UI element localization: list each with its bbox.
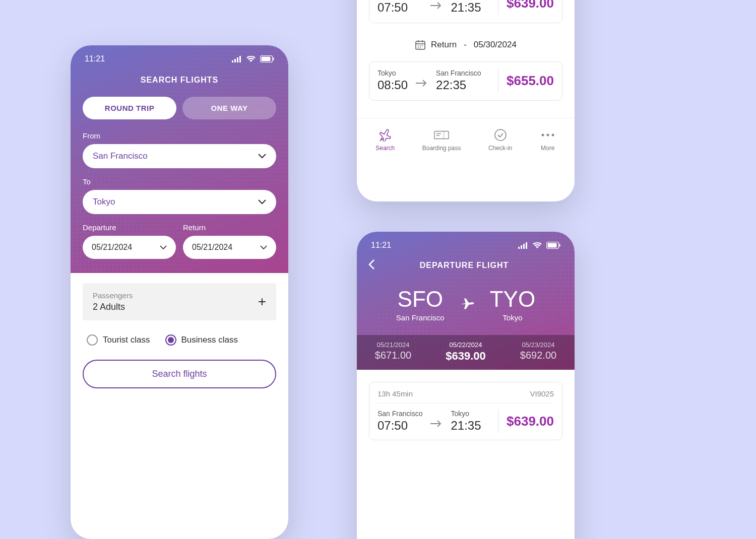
- plus-icon[interactable]: +: [258, 294, 266, 310]
- chevron-down-icon: [160, 245, 167, 250]
- from-field: From San Francisco: [71, 131, 288, 177]
- search-flights-screen: 11:21 SEARCH FLIGHTS ROUND TRIP ONE WAY …: [71, 45, 288, 539]
- to-city: Tokyo: [490, 313, 535, 322]
- svg-rect-29: [548, 243, 557, 248]
- svg-point-23: [551, 134, 554, 137]
- svg-rect-6: [273, 57, 274, 60]
- from-value: San Francisco: [93, 151, 148, 161]
- business-class-label: Business class: [181, 335, 238, 345]
- svg-point-13: [422, 45, 423, 46]
- passengers-stepper[interactable]: Passengers 2 Adults +: [83, 283, 276, 320]
- to-field: To Tokyo: [71, 177, 288, 223]
- return-label: Return: [183, 223, 276, 232]
- flight-price: $639.00: [498, 410, 554, 433]
- radio-tourist-class[interactable]: Tourist class: [87, 334, 150, 346]
- flight-duration: 13h 45min: [377, 389, 413, 398]
- wifi-icon: [246, 55, 256, 62]
- date-option-date: 05/21/2024: [357, 341, 429, 349]
- nav-checkin[interactable]: Check-in: [488, 128, 512, 152]
- nav-boarding-label: Boarding pass: [422, 145, 461, 152]
- svg-rect-16: [434, 131, 449, 139]
- flight-from-time: 07:50: [377, 419, 422, 433]
- nav-boarding-pass[interactable]: Boarding pass: [422, 128, 461, 152]
- result-to-city: San Francisco: [436, 69, 481, 77]
- return-label: Return: [431, 40, 457, 50]
- route-row: SFO San Francisco TYO Tokyo: [357, 282, 575, 335]
- return-date: 05/30/2024: [474, 40, 517, 50]
- plane-icon: [460, 297, 475, 314]
- status-icons: [232, 55, 274, 62]
- svg-point-14: [418, 47, 419, 48]
- cellular-icon: [518, 242, 528, 249]
- svg-rect-26: [523, 244, 525, 249]
- search-flights-button[interactable]: Search flights: [83, 360, 276, 388]
- status-icons: [518, 242, 560, 249]
- search-header: 11:21 SEARCH FLIGHTS ROUND TRIP ONE WAY …: [71, 45, 288, 273]
- result-from-city: Tokyo: [377, 69, 408, 77]
- nav-search-label: Search: [375, 145, 395, 152]
- flight-number: VI9025: [530, 389, 554, 398]
- date-option[interactable]: 05/23/2024 $692.00: [502, 335, 575, 370]
- to-value: Tokyo: [93, 197, 115, 207]
- check-circle-icon: [492, 128, 509, 142]
- class-radio-group: Tourist class Business class: [83, 320, 276, 360]
- departure-date-value: 05/21/2024: [92, 243, 132, 252]
- bottom-nav: Search Boarding pass Check-in More: [357, 118, 575, 167]
- svg-rect-24: [518, 247, 520, 249]
- flight-result-card[interactable]: San Francisco07:50 Tokyo21:35 $639.00: [369, 0, 562, 23]
- return-date-select[interactable]: 05/21/2024: [183, 236, 276, 259]
- departure-flight-screen: 11:21 DEPARTURE FLIGHT SFO San Francisco…: [357, 232, 575, 539]
- result-to-time: 21:35: [451, 1, 481, 15]
- screen-title: SEARCH FLIGHTS: [71, 68, 288, 97]
- radio-business-class[interactable]: Business class: [165, 334, 238, 346]
- departure-date-select[interactable]: 05/21/2024: [83, 236, 176, 259]
- date-option-price: $692.00: [502, 350, 575, 361]
- svg-point-20: [495, 129, 506, 141]
- result-price: $655.00: [498, 69, 554, 92]
- chevron-down-icon: [258, 199, 266, 205]
- flight-result-card[interactable]: Tokyo08:50 San Francisco22:35 $655.00: [369, 61, 562, 101]
- date-option-date: 05/22/2024: [429, 341, 502, 349]
- svg-rect-30: [559, 244, 560, 247]
- more-dots-icon: [540, 128, 556, 142]
- nav-search[interactable]: Search: [375, 128, 395, 152]
- date-option[interactable]: 05/21/2024 $671.00: [357, 335, 429, 370]
- from-airport-code: SFO: [396, 288, 445, 310]
- search-bottom-section: Passengers 2 Adults + Tourist class Busi…: [71, 273, 288, 398]
- date-option-price: $639.00: [429, 350, 502, 363]
- svg-rect-27: [526, 242, 527, 249]
- nav-more[interactable]: More: [540, 128, 556, 152]
- tab-round-trip[interactable]: ROUND TRIP: [83, 97, 176, 119]
- tab-one-way[interactable]: ONE WAY: [182, 97, 276, 119]
- flight-card[interactable]: 13h 45min VI9025 San Francisco07:50 Toky…: [369, 382, 562, 440]
- date-row: Departure 05/21/2024 Return 05/21/2024: [71, 223, 288, 273]
- dash: -: [464, 40, 467, 50]
- departure-date-field: Departure 05/21/2024: [83, 223, 176, 259]
- date-option-price: $671.00: [357, 350, 429, 361]
- trip-type-tabs: ROUND TRIP ONE WAY: [71, 97, 288, 131]
- date-option-selected[interactable]: 05/22/2024 $639.00: [429, 335, 502, 370]
- date-option-date: 05/23/2024: [502, 341, 575, 349]
- status-time: 11:21: [85, 54, 105, 63]
- status-bar: 11:21: [71, 45, 288, 68]
- flight-from-city: San Francisco: [377, 410, 422, 418]
- svg-rect-0: [232, 60, 233, 62]
- flight-to-time: 21:35: [451, 419, 481, 433]
- arrow-right-icon: [430, 413, 443, 430]
- arrow-right-icon: [430, 0, 443, 12]
- svg-rect-5: [262, 57, 271, 61]
- from-select[interactable]: San Francisco: [83, 144, 276, 168]
- calendar-icon: [415, 39, 426, 50]
- passengers-value: 2 Adults: [93, 302, 133, 312]
- passengers-label: Passengers: [93, 291, 133, 300]
- result-to-time: 22:35: [436, 78, 481, 92]
- from-city: San Francisco: [396, 313, 445, 322]
- passenger-text: Passengers 2 Adults: [93, 291, 133, 312]
- date-price-strip: 05/21/2024 $671.00 05/22/2024 $639.00 05…: [357, 335, 575, 370]
- to-label: To: [83, 177, 276, 186]
- battery-icon: [260, 55, 274, 62]
- battery-icon: [546, 242, 560, 249]
- svg-rect-3: [239, 56, 241, 62]
- departure-header: 11:21 DEPARTURE FLIGHT SFO San Francisco…: [357, 232, 575, 370]
- to-select[interactable]: Tokyo: [83, 190, 276, 214]
